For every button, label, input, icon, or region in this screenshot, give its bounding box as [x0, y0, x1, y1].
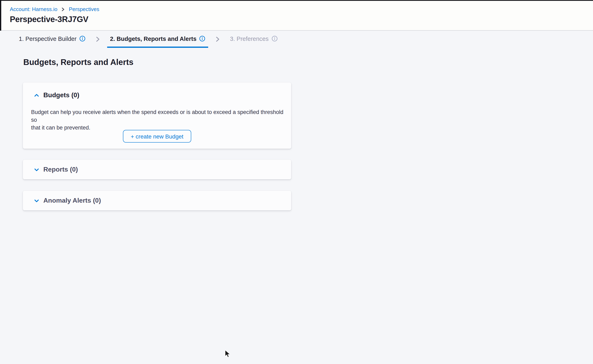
breadcrumb-perspectives-link[interactable]: Perspectives — [69, 6, 99, 12]
budgets-description-line1: Budget can help you receive alerts when … — [31, 108, 290, 124]
breadcrumb: Account: Harness.io Perspectives — [10, 6, 99, 12]
budgets-card-header[interactable]: Budgets (0) — [34, 91, 79, 99]
tab-label: 3. Preferences — [230, 35, 269, 42]
tab-budgets-reports-alerts[interactable]: 2. Budgets, Reports and Alerts — [107, 31, 208, 48]
tab-label: 2. Budgets, Reports and Alerts — [110, 35, 197, 42]
budgets-description: Budget can help you receive alerts when … — [31, 108, 290, 131]
chevron-right-icon — [94, 36, 101, 42]
info-icon[interactable] — [271, 36, 278, 42]
reports-card-header[interactable]: Reports (0) — [23, 160, 291, 179]
budgets-card: Budgets (0) Budget can help you receive … — [23, 83, 291, 149]
section-heading: Budgets, Reports and Alerts — [23, 58, 133, 67]
page-title: Perspective-3RJ7GV — [10, 15, 88, 24]
budgets-card-title: Budgets (0) — [43, 91, 79, 99]
reports-card: Reports (0) — [23, 160, 291, 179]
chevron-down-icon — [34, 198, 39, 203]
page-header: Account: Harness.io Perspectives Perspec… — [0, 0, 593, 31]
chevron-up-icon — [34, 92, 39, 98]
chevron-right-icon — [214, 36, 221, 42]
chevron-down-icon — [34, 167, 39, 172]
anomaly-alerts-card: Anomaly Alerts (0) — [23, 191, 291, 210]
tab-label: 1. Perspective Builder — [19, 35, 76, 42]
create-budget-button[interactable]: + create new Budget — [123, 130, 191, 143]
reports-card-title: Reports (0) — [43, 166, 78, 173]
window-edge-left — [0, 0, 1, 31]
anomaly-alerts-card-header[interactable]: Anomaly Alerts (0) — [23, 191, 291, 210]
tab-preferences[interactable]: 3. Preferences — [227, 31, 280, 48]
wizard-tabbar: 1. Perspective Builder 2. Budgets, Repor… — [0, 31, 593, 48]
tab-perspective-builder[interactable]: 1. Perspective Builder — [16, 31, 88, 48]
app-screen: Account: Harness.io Perspectives Perspec… — [0, 0, 593, 364]
mouse-cursor — [225, 350, 231, 360]
info-icon[interactable] — [199, 36, 206, 42]
anomaly-alerts-card-title: Anomaly Alerts (0) — [43, 197, 101, 204]
breadcrumb-chevron-icon — [61, 7, 65, 11]
info-icon[interactable] — [79, 36, 86, 42]
breadcrumb-account-link[interactable]: Account: Harness.io — [10, 6, 57, 12]
window-edge-top — [0, 0, 593, 1]
